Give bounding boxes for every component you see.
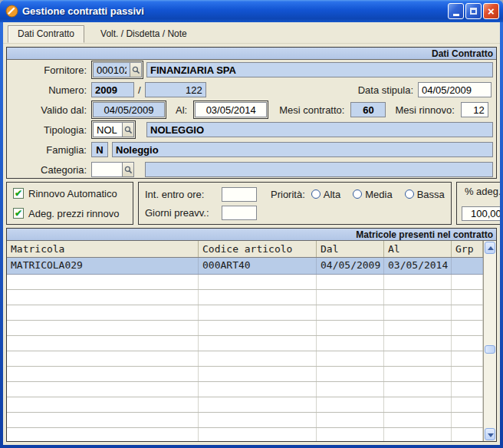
close-button[interactable]: ×: [483, 3, 499, 19]
tipologia-name-field[interactable]: [146, 122, 493, 137]
table-row-empty[interactable]: [7, 321, 483, 336]
cell-empty: [452, 413, 483, 427]
table-row-empty[interactable]: [7, 290, 483, 305]
cell-empty: [452, 382, 483, 397]
radio-label: Alta: [324, 189, 340, 200]
mesi-contratto-input[interactable]: [350, 102, 386, 117]
dati-contratto-group: Dati Contratto Fornitore:: [6, 47, 497, 179]
cell-empty: [199, 321, 317, 335]
table-row-empty[interactable]: [7, 336, 483, 351]
cell-empty: [452, 428, 483, 441]
magnifier-icon: [124, 166, 133, 174]
cell-al: 03/05/2014: [384, 258, 452, 274]
priorita-option-media[interactable]: Media: [353, 189, 392, 200]
cell-empty: [384, 275, 452, 289]
cell-empty: [199, 275, 317, 289]
scroll-down-button[interactable]: [485, 428, 495, 440]
cell-empty: [199, 305, 317, 320]
cell-empty: [317, 336, 384, 351]
window: Gestione contratti passivi × Dati Contra…: [0, 0, 503, 448]
content: Dati Contratto Fornitore:: [3, 44, 500, 445]
tipologia-code-input[interactable]: [93, 122, 122, 137]
maximize-icon: [470, 8, 477, 15]
cell-empty: [452, 367, 483, 381]
cell-empty: [317, 290, 384, 305]
table-row-empty[interactable]: [7, 397, 483, 413]
fornitore-name-field[interactable]: [146, 62, 493, 77]
table-row-empty[interactable]: [7, 305, 483, 321]
priorita-option-bassa[interactable]: Bassa: [405, 189, 445, 200]
table-row-empty[interactable]: [7, 428, 483, 441]
column-header-al[interactable]: Al: [384, 241, 452, 257]
cell-empty: [384, 397, 452, 412]
scrollbar-thumb[interactable]: [485, 345, 495, 354]
table-row-empty[interactable]: [7, 275, 483, 290]
perc-adeg-label: % adeg.: [465, 186, 500, 197]
table-row-empty[interactable]: [7, 382, 483, 397]
numero-progressivo-input[interactable]: [145, 82, 206, 97]
tab-dati-contratto[interactable]: Dati Contratto: [8, 25, 84, 43]
cell-empty: [7, 275, 199, 289]
radio-icon: [405, 189, 414, 199]
column-header-codice-articolo[interactable]: Codice articolo: [199, 241, 317, 257]
titlebar[interactable]: Gestione contratti passivi ×: [0, 0, 503, 22]
scroll-up-button[interactable]: [485, 242, 495, 254]
checkbox-row: ✔Adeg. prezzi rinnovo: [13, 206, 127, 220]
cell-grp: [452, 258, 483, 274]
cell-empty: [199, 397, 317, 412]
famiglia-code-field[interactable]: [91, 142, 108, 157]
cell-empty: [452, 290, 483, 305]
numero-anno-input[interactable]: [91, 82, 134, 97]
fornitore-code-input[interactable]: [93, 62, 130, 77]
famiglia-row: Famiglia:: [7, 140, 496, 160]
cell-empty: [452, 275, 483, 289]
cell-empty: [384, 321, 452, 335]
giorni-preavv-input[interactable]: [222, 206, 257, 220]
priorita-option-alta[interactable]: Alta: [311, 189, 340, 200]
checkbox-adeg-prezzi-rinnovo[interactable]: ✔: [13, 208, 24, 219]
tipologia-label: Tipologia:: [10, 124, 87, 136]
mesi-rinnovo-input[interactable]: [461, 102, 488, 117]
vertical-scrollbar[interactable]: [483, 241, 496, 441]
cell-empty: [7, 321, 199, 335]
cell-empty: [317, 351, 384, 366]
priorita-radio-group: AltaMediaBassa: [311, 189, 445, 200]
column-header-dal[interactable]: Dal: [317, 241, 384, 257]
perc-adeg-input[interactable]: [462, 206, 500, 221]
cell-empty: [452, 397, 483, 412]
tipologia-lookup-button[interactable]: [122, 122, 134, 137]
app-body: Dati Contratto Volt. / Disdetta / Note D…: [3, 22, 500, 445]
minimize-button[interactable]: [448, 3, 464, 19]
categoria-code-input[interactable]: [91, 162, 122, 177]
int-entro-ore-input[interactable]: [222, 187, 257, 202]
valido-dal-input[interactable]: [93, 102, 165, 117]
table-body: MATRICOLA029000ART4004/05/200903/05/2014: [7, 258, 483, 441]
categoria-name-field[interactable]: [145, 162, 493, 177]
table-row-empty[interactable]: [7, 351, 483, 367]
close-icon: ×: [488, 5, 495, 17]
fornitore-lookup-button[interactable]: [130, 62, 142, 77]
checkbox-label: Adeg. prezzi rinnovo: [28, 208, 120, 219]
magnifier-icon: [132, 66, 140, 74]
cell-empty: [7, 428, 199, 441]
cell-empty: [317, 413, 384, 427]
cell-empty: [384, 413, 452, 427]
column-header-matricola[interactable]: Matricola: [7, 241, 199, 257]
categoria-lookup-button[interactable]: [122, 162, 134, 177]
famiglia-name-field[interactable]: [112, 142, 493, 157]
cell-empty: [7, 413, 199, 427]
table-row[interactable]: MATRICOLA029000ART4004/05/200903/05/2014: [7, 258, 483, 275]
table-row-empty[interactable]: [7, 367, 483, 382]
table-row-empty[interactable]: [7, 413, 483, 428]
radio-icon: [353, 189, 362, 199]
checkbox-rinnovo-automatico[interactable]: ✔: [13, 188, 24, 199]
cell-empty: [384, 305, 452, 320]
data-stipula-input[interactable]: [418, 82, 491, 97]
tab-volt-disdetta-note[interactable]: Volt. / Disdetta / Note: [86, 25, 197, 43]
al-input[interactable]: [195, 102, 267, 117]
mesi-rinnovo-label: Mesi rinnovo:: [395, 104, 454, 116]
numero-label: Numero:: [10, 84, 87, 96]
column-header-grp[interactable]: Grp: [452, 241, 483, 257]
checkbox-label: Rinnovo Automatico: [28, 188, 117, 199]
maximize-button[interactable]: [465, 3, 482, 19]
